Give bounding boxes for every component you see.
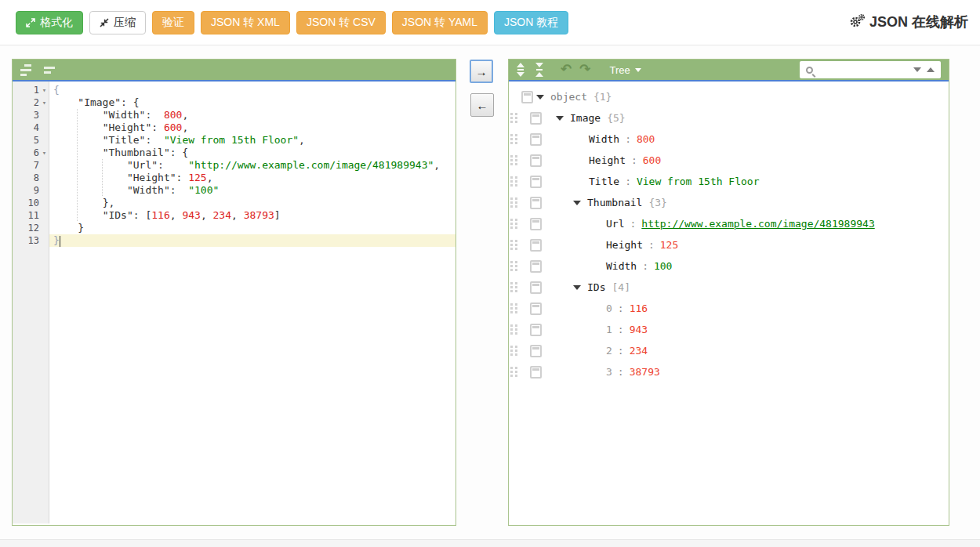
tree-field[interactable]: Thumbnail bbox=[587, 197, 642, 208]
drag-handle-icon[interactable] bbox=[510, 197, 517, 208]
context-menu-button[interactable] bbox=[530, 218, 542, 230]
tree-field[interactable]: 1 bbox=[606, 324, 612, 335]
redo-icon-button[interactable]: ↷ bbox=[579, 63, 590, 76]
fold-arrow-icon[interactable] bbox=[39, 109, 49, 121]
context-menu-button[interactable] bbox=[530, 302, 542, 315]
tree-value[interactable]: 600 bbox=[643, 154, 661, 166]
context-menu-button[interactable] bbox=[530, 154, 542, 167]
tree-field[interactable]: Width bbox=[589, 133, 619, 145]
collapse-triangle-icon[interactable] bbox=[556, 116, 564, 121]
toolbar-button[interactable]: JSON 转 YAML bbox=[392, 11, 488, 34]
top-toolbar: 格式化 压缩 验证 JSON 转 XML JSON 转 CSV JSON 转 Y… bbox=[0, 0, 980, 45]
search-previous-icon-button[interactable] bbox=[927, 67, 935, 72]
fold-arrow-icon[interactable] bbox=[39, 134, 49, 147]
undo-icon-button[interactable]: ↶ bbox=[561, 63, 572, 76]
mode-dropdown[interactable]: Tree bbox=[610, 64, 641, 76]
code-line: 8 "Height": 125, bbox=[13, 172, 456, 184]
code-line-text: "IDs": [116, 943, 234, 38793] bbox=[49, 209, 456, 222]
line-gutter-cell: 3 bbox=[13, 109, 49, 121]
code-line: 7 "Url": "http://www.example.com/image/4… bbox=[13, 159, 456, 172]
editor-format-icon-button[interactable] bbox=[20, 64, 33, 76]
tree-field[interactable]: Height bbox=[589, 154, 626, 166]
toolbar-button[interactable]: JSON 转 CSV bbox=[296, 11, 386, 34]
tree-value[interactable]: 116 bbox=[630, 302, 648, 314]
drag-handle-icon[interactable] bbox=[510, 155, 517, 165]
editor-compress-icon-button[interactable] bbox=[44, 67, 56, 74]
code-lines[interactable]: 1 ▾ { 2 ▾ "Image": { 3 "Width": 800, 4 "… bbox=[13, 82, 456, 247]
tree-field[interactable]: Height bbox=[606, 239, 643, 251]
toolbar-button[interactable]: 格式化 bbox=[16, 11, 83, 34]
context-menu-button[interactable] bbox=[530, 281, 542, 294]
collapse-triangle-icon[interactable] bbox=[573, 285, 581, 290]
tree-field[interactable]: Width bbox=[606, 260, 637, 272]
fold-arrow-icon[interactable] bbox=[39, 184, 49, 197]
fold-arrow-icon[interactable] bbox=[39, 121, 49, 134]
drag-handle-icon[interactable] bbox=[510, 324, 517, 335]
context-menu-button[interactable] bbox=[530, 133, 542, 146]
toolbar-button[interactable]: JSON 转 XML bbox=[201, 11, 290, 34]
collapse-triangle-icon[interactable] bbox=[573, 201, 581, 205]
fold-arrow-icon[interactable]: ▾ bbox=[39, 84, 49, 96]
context-menu-button[interactable] bbox=[530, 239, 542, 252]
tree-value[interactable]: 125 bbox=[660, 239, 678, 251]
drag-handle-icon[interactable] bbox=[510, 303, 517, 313]
fold-arrow-icon[interactable]: ▾ bbox=[39, 147, 49, 159]
code-line-text: "Height": 600, bbox=[49, 121, 456, 134]
tree-value[interactable]: 100 bbox=[654, 260, 672, 272]
tree-value[interactable]: 38793 bbox=[630, 366, 660, 378]
drag-handle-icon[interactable] bbox=[510, 134, 517, 144]
code-editor[interactable]: 1 ▾ { 2 ▾ "Image": { 3 "Width": 800, 4 "… bbox=[13, 82, 456, 523]
collapse-all-icon-button[interactable] bbox=[535, 63, 543, 77]
search-next-icon-button[interactable] bbox=[913, 67, 921, 72]
toolbar-button[interactable]: 验证 bbox=[152, 11, 194, 34]
context-menu-button[interactable] bbox=[530, 260, 542, 273]
fold-arrow-icon[interactable] bbox=[39, 172, 49, 184]
tree-to-editor-button[interactable]: ← bbox=[470, 93, 494, 117]
tree-value[interactable]: View from 15th Floor bbox=[637, 176, 760, 187]
tree-value[interactable]: 800 bbox=[637, 133, 655, 145]
context-menu-button[interactable] bbox=[530, 176, 542, 188]
context-menu-button[interactable] bbox=[521, 91, 533, 103]
drag-handle-icon[interactable] bbox=[510, 367, 517, 377]
fold-arrow-icon[interactable] bbox=[39, 222, 49, 234]
context-menu-button[interactable] bbox=[530, 112, 542, 125]
tree-value[interactable]: http://www.example.com/image/481989943 bbox=[641, 218, 874, 230]
fold-arrow-icon[interactable] bbox=[39, 234, 49, 247]
context-menu-button[interactable] bbox=[530, 197, 542, 209]
fold-arrow-icon[interactable] bbox=[39, 209, 49, 222]
drag-handle-icon[interactable] bbox=[510, 240, 517, 250]
search-input[interactable] bbox=[817, 63, 909, 77]
code-line: 2 ▾ "Image": { bbox=[13, 96, 456, 109]
drag-handle-icon[interactable] bbox=[510, 346, 517, 356]
tree-field[interactable]: IDs bbox=[587, 281, 605, 293]
context-menu-button[interactable] bbox=[530, 324, 542, 336]
drag-handle-icon[interactable] bbox=[510, 261, 517, 271]
toolbar-button-label: JSON 教程 bbox=[504, 16, 558, 30]
toolbar-button[interactable]: 压缩 bbox=[89, 11, 146, 34]
tree-field[interactable]: Title bbox=[589, 176, 619, 187]
fold-arrow-icon[interactable] bbox=[39, 159, 49, 172]
fold-arrow-icon[interactable] bbox=[39, 197, 49, 209]
tree-field[interactable]: 2 bbox=[606, 345, 612, 357]
collapse-triangle-icon[interactable] bbox=[536, 95, 544, 100]
drag-handle-icon[interactable] bbox=[510, 219, 517, 229]
tree-field[interactable]: 0 bbox=[606, 302, 612, 314]
tree-value[interactable]: 234 bbox=[630, 345, 648, 357]
editor-to-tree-button[interactable]: → bbox=[470, 60, 493, 83]
line-gutter-cell: 6 ▾ bbox=[13, 147, 49, 159]
tree-value[interactable]: 943 bbox=[630, 324, 648, 335]
tree-field[interactable]: object bbox=[550, 91, 587, 103]
fold-arrow-icon[interactable]: ▾ bbox=[39, 96, 49, 109]
expand-all-icon-button[interactable] bbox=[517, 63, 524, 77]
context-menu-button[interactable] bbox=[530, 345, 542, 357]
context-menu-button[interactable] bbox=[530, 366, 542, 379]
tree-field[interactable]: Image bbox=[570, 112, 601, 124]
drag-handle-icon[interactable] bbox=[510, 113, 517, 123]
drag-handle-icon[interactable] bbox=[510, 176, 517, 187]
drag-handle-icon[interactable] bbox=[510, 282, 517, 292]
tree-panel-header: ↶ ↷ Tree bbox=[509, 60, 949, 82]
toolbar-button[interactable]: JSON 教程 bbox=[494, 11, 568, 34]
mode-dropdown-label: Tree bbox=[610, 64, 630, 76]
tree-field[interactable]: 3 bbox=[606, 366, 612, 378]
tree-field[interactable]: Url bbox=[606, 218, 624, 230]
